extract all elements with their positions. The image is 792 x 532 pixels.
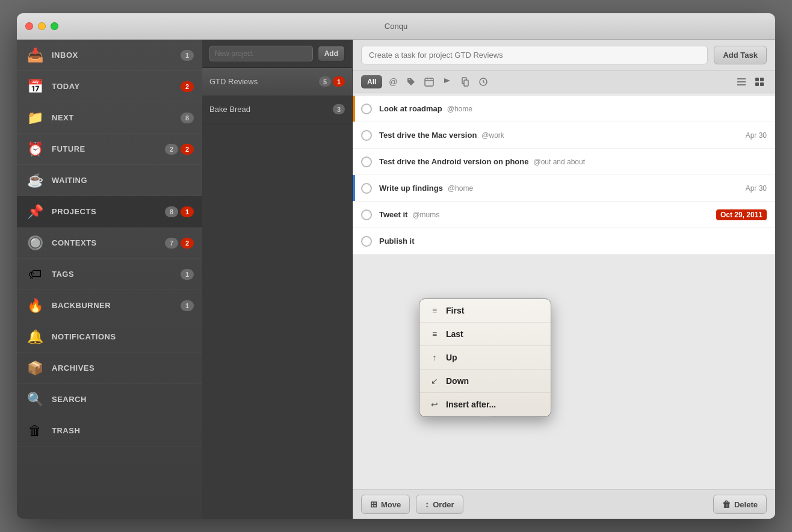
- task-list: Look at roadmap @home Test drive the Mac…: [353, 93, 775, 489]
- new-project-input[interactable]: [209, 46, 313, 61]
- maximize-button[interactable]: [51, 22, 58, 30]
- app-window: Conqu 📥 INBOX 1 📅 TODAY 2 📁 NEXT: [17, 13, 775, 519]
- task-row[interactable]: Test drive the Mac version @work Apr 30: [353, 122, 775, 149]
- inbox-icon: 📥: [25, 46, 45, 65]
- task-row[interactable]: Write up findings @home Apr 30: [353, 175, 775, 202]
- project-item-gtd[interactable]: GTD Reviews 5 1: [202, 68, 352, 96]
- delete-button[interactable]: 🗑 Delete: [713, 495, 767, 514]
- svg-rect-7: [737, 78, 746, 79]
- list-view-icon[interactable]: [734, 75, 749, 89]
- task-date: Apr 30: [746, 131, 767, 140]
- grid-view-icon[interactable]: [752, 75, 767, 89]
- sidebar-item-label: PROJECTS: [52, 207, 165, 216]
- sidebar-item-archives[interactable]: 📦 ARCHIVES: [17, 353, 202, 384]
- task-input[interactable]: [361, 46, 708, 64]
- sidebar-item-trash[interactable]: 🗑 TRASH: [17, 415, 202, 447]
- projects-icon: 📌: [25, 202, 45, 221]
- task-checkbox[interactable]: [361, 183, 372, 194]
- move-button[interactable]: ⊞ Move: [361, 495, 410, 514]
- today-icon: 📅: [25, 77, 45, 96]
- sidebar-item-label: SEARCH: [52, 395, 194, 404]
- move-icon: ⊞: [370, 500, 377, 509]
- sidebar: 📥 INBOX 1 📅 TODAY 2 📁 NEXT 8: [17, 40, 202, 519]
- badge-container: 7 2: [165, 238, 194, 249]
- task-row[interactable]: Look at roadmap @home: [353, 96, 775, 122]
- filter-bar: All @: [353, 71, 775, 93]
- badge-container: 1: [181, 269, 194, 280]
- notifications-icon: 🔔: [25, 327, 45, 347]
- project-badge-alert: 1: [333, 76, 345, 87]
- task-context: @mums: [412, 211, 439, 219]
- svg-rect-10: [755, 78, 759, 81]
- sidebar-item-search[interactable]: 🔍 SEARCH: [17, 384, 202, 415]
- popup-item-down[interactable]: ↙ Down: [419, 370, 551, 393]
- add-project-button[interactable]: Add: [318, 46, 345, 61]
- popup-item-first[interactable]: ≡ First: [419, 299, 551, 323]
- first-icon: ≡: [429, 306, 440, 315]
- filter-tag-icon[interactable]: [404, 75, 418, 89]
- svg-rect-0: [425, 78, 433, 86]
- sidebar-item-notifications[interactable]: 🔔 NOTIFICATIONS: [17, 321, 202, 353]
- task-title: Publish it: [379, 237, 415, 246]
- svg-rect-11: [760, 78, 764, 81]
- task-input-bar: Add Task: [353, 40, 775, 71]
- task-title: Tweet it: [379, 210, 407, 219]
- task-context: @home: [447, 105, 472, 113]
- sidebar-item-label: BACKBURNER: [52, 301, 181, 310]
- sidebar-item-label: ARCHIVES: [52, 363, 194, 373]
- tags-badge: 1: [181, 269, 194, 280]
- content-area: 📥 INBOX 1 📅 TODAY 2 📁 NEXT 8: [17, 40, 775, 519]
- contexts-badge2: 2: [181, 238, 194, 249]
- sidebar-item-contexts[interactable]: 🔘 CONTEXTS 7 2: [17, 227, 202, 259]
- titlebar: Conqu: [17, 13, 775, 40]
- sidebar-item-future[interactable]: ⏰ FUTURE 2 2: [17, 134, 202, 165]
- backburner-badge: 1: [181, 300, 194, 311]
- task-date: Apr 30: [746, 184, 767, 193]
- task-checkbox[interactable]: [361, 209, 372, 220]
- task-checkbox[interactable]: [361, 236, 372, 247]
- filter-clock-icon[interactable]: [476, 75, 490, 89]
- popup-item-label: Up: [446, 353, 457, 362]
- projects-badge2: 1: [181, 206, 194, 217]
- sidebar-item-next[interactable]: 📁 NEXT 8: [17, 102, 202, 134]
- sidebar-item-label: TODAY: [52, 82, 181, 91]
- filter-contact-icon[interactable]: @: [386, 75, 400, 89]
- sidebar-item-backburner[interactable]: 🔥 BACKBURNER 1: [17, 290, 202, 321]
- sidebar-item-tags[interactable]: 🏷 TAGS 1: [17, 259, 202, 290]
- popup-item-up[interactable]: ↑ Up: [419, 346, 551, 370]
- delete-icon: 🗑: [722, 500, 731, 509]
- add-task-button[interactable]: Add Task: [714, 46, 767, 64]
- svg-rect-9: [737, 84, 746, 85]
- minimize-button[interactable]: [38, 22, 46, 30]
- sidebar-item-waiting[interactable]: ☕ WAITING: [17, 165, 202, 196]
- svg-rect-13: [760, 82, 764, 86]
- tags-icon: 🏷: [25, 265, 45, 284]
- sidebar-item-label: NOTIFICATIONS: [52, 332, 194, 341]
- future-icon: ⏰: [25, 140, 45, 159]
- delete-label: Delete: [734, 500, 758, 509]
- archives-icon: 📦: [25, 359, 45, 378]
- task-checkbox[interactable]: [361, 156, 372, 167]
- popup-item-insert-after[interactable]: ↩ Insert after...: [419, 393, 551, 416]
- badge-container: 2 2: [165, 144, 194, 155]
- close-button[interactable]: [25, 22, 33, 30]
- sidebar-item-inbox[interactable]: 📥 INBOX 1: [17, 40, 202, 71]
- sidebar-item-label: CONTEXTS: [52, 238, 165, 247]
- filter-all[interactable]: All: [361, 75, 382, 88]
- order-button[interactable]: ↕ Order: [416, 495, 463, 514]
- task-checkbox[interactable]: [361, 104, 372, 114]
- bottom-bar: ⊞ Move ↕ Order 🗑 Delete: [353, 489, 775, 519]
- filter-flag-icon[interactable]: [440, 75, 454, 89]
- task-row[interactable]: Publish it: [353, 228, 775, 255]
- sidebar-item-today[interactable]: 📅 TODAY 2: [17, 71, 202, 102]
- task-row[interactable]: Tweet it @mums Oct 29, 2011: [353, 202, 775, 228]
- sidebar-item-projects[interactable]: 📌 PROJECTS 8 1: [17, 196, 202, 227]
- badge-container: 2: [181, 81, 194, 92]
- project-item-bread[interactable]: Bake Bread 3: [202, 96, 352, 123]
- task-checkbox[interactable]: [361, 130, 372, 141]
- popup-item-last[interactable]: ≡ Last: [419, 323, 551, 346]
- filter-attachment-icon[interactable]: [458, 75, 472, 89]
- order-label: Order: [433, 500, 454, 509]
- task-row[interactable]: Test drive the Android version on phone …: [353, 149, 775, 175]
- filter-calendar-icon[interactable]: [422, 75, 436, 89]
